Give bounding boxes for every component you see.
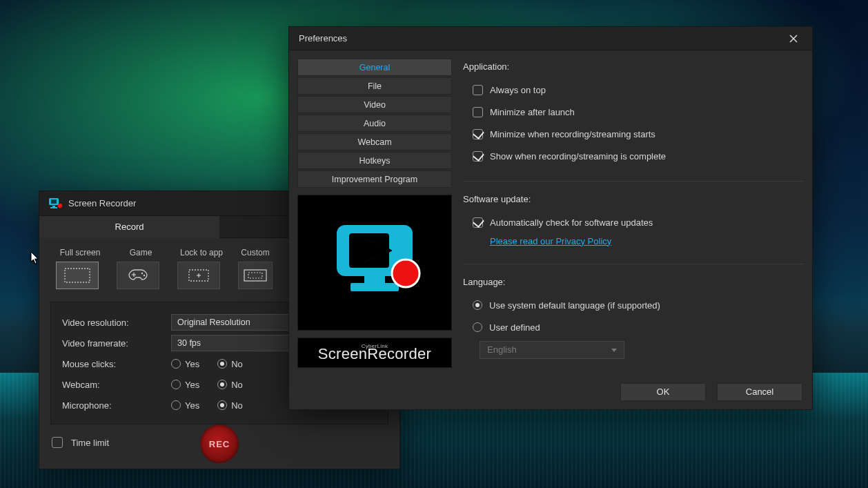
radio-mouse-yes[interactable]: Yes [171, 359, 199, 369]
divider [463, 264, 804, 264]
nav-file[interactable]: File [297, 77, 452, 95]
link-privacy-policy[interactable]: Please read our Privacy Policy [490, 236, 611, 246]
svg-rect-14 [248, 273, 262, 278]
divider [463, 181, 804, 182]
record-button[interactable]: REC [200, 424, 239, 463]
radio-lang-system[interactable] [473, 300, 482, 310]
label-video-resolution: Video resolution: [62, 318, 171, 328]
label-lang-system: Use system default language (if supporte… [489, 300, 660, 311]
close-icon [789, 35, 798, 43]
svg-point-8 [141, 273, 143, 274]
section-language: Language: [463, 277, 804, 287]
mode-custom[interactable]: Custom [238, 248, 273, 289]
mode-locktoapp-label: Lock to app [177, 248, 226, 257]
prefs-titlebar[interactable]: Preferences [289, 27, 812, 50]
nav-improvement[interactable]: Improvement Program [297, 170, 452, 188]
nav-video[interactable]: Video [297, 96, 452, 113]
mode-fullscreen-label: Full screen [56, 248, 104, 257]
cancel-button[interactable]: Cancel [717, 383, 802, 401]
app-logo-icon [48, 197, 63, 210]
brand-label: CyberLinkScreenRecorder [297, 338, 452, 368]
nav-audio[interactable]: Audio [297, 115, 452, 132]
label-minimize-when-recording: Minimize when recording/streaming starts [490, 129, 655, 139]
mode-custom-label: Custom [238, 248, 273, 257]
svg-point-27 [392, 260, 420, 287]
label-mouse-clicks: Mouse clicks: [62, 359, 171, 369]
radio-webcam-no[interactable]: No [217, 380, 243, 390]
radio-mic-no[interactable]: No [217, 400, 243, 411]
svg-rect-3 [50, 207, 57, 208]
mode-game-label: Game [117, 248, 165, 257]
checkbox-minimize-when-recording[interactable] [473, 129, 483, 139]
radio-lang-user[interactable] [473, 322, 482, 332]
checkbox-time-limit[interactable] [52, 437, 63, 448]
label-lang-user: User defined [489, 322, 540, 333]
svg-rect-26 [351, 283, 399, 291]
section-application: Application: [463, 61, 804, 72]
recorder-title: Screen Recorder [68, 198, 136, 208]
label-always-on-top: Always on top [490, 85, 546, 95]
radio-mouse-no[interactable]: No [217, 359, 243, 369]
section-software-update: Software update: [463, 194, 804, 204]
brand-logo-tile [297, 195, 452, 331]
radio-webcam-yes[interactable]: Yes [171, 380, 199, 390]
checkbox-auto-update[interactable] [473, 217, 483, 228]
label-microphone: Microphone: [62, 400, 171, 411]
radio-mic-yes[interactable]: Yes [171, 400, 199, 411]
close-button[interactable] [782, 29, 805, 48]
label-video-framerate: Video framerate: [62, 338, 171, 349]
nav-hotkeys[interactable]: Hotkeys [297, 152, 452, 169]
prefs-nav: General File Video Audio Webcam Hotkeys … [297, 59, 452, 188]
mode-locktoapp[interactable]: Lock to app [177, 248, 226, 289]
svg-rect-5 [65, 269, 90, 282]
svg-rect-2 [52, 206, 55, 207]
tab-record[interactable]: Record [39, 216, 219, 238]
svg-point-9 [144, 275, 145, 276]
prefs-title: Preferences [299, 33, 347, 43]
preferences-dialog: Preferences General File Video Audio Web… [288, 26, 813, 410]
svg-point-4 [58, 203, 62, 207]
checkbox-always-on-top[interactable] [473, 85, 483, 95]
ok-button[interactable]: OK [620, 383, 706, 401]
label-auto-update: Automatically check for software updates [490, 217, 653, 228]
select-language: English [480, 341, 624, 359]
mode-game[interactable]: Game [117, 248, 165, 289]
label-time-limit: Time limit [71, 438, 109, 448]
svg-rect-25 [364, 276, 385, 283]
svg-rect-1 [51, 199, 57, 204]
svg-rect-13 [244, 270, 266, 281]
label-webcam: Webcam: [62, 380, 171, 390]
label-show-when-complete: Show when recording/streaming is complet… [490, 151, 666, 162]
nav-general[interactable]: General [297, 59, 452, 76]
mode-fullscreen[interactable]: Full screen [56, 248, 104, 289]
nav-webcam[interactable]: Webcam [297, 133, 452, 150]
checkbox-minimize-after-launch[interactable] [473, 107, 483, 117]
checkbox-show-when-complete[interactable] [473, 151, 483, 162]
label-minimize-after-launch: Minimize after launch [490, 107, 575, 117]
